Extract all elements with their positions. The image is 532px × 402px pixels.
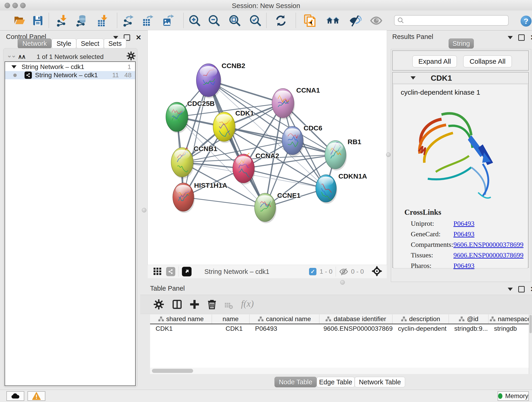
- collapse-panel-icon[interactable]: [508, 288, 513, 291]
- node-label-CCNA1: CCNA1: [296, 86, 320, 94]
- add-column-icon[interactable]: [189, 299, 200, 311]
- table-vertical-scrollbar[interactable]: [529, 314, 532, 374]
- toolbar-separator: [336, 267, 336, 277]
- float-panel-icon[interactable]: [518, 286, 525, 293]
- genecard-link[interactable]: P06493: [453, 230, 475, 238]
- column-header[interactable]: description: [393, 314, 449, 324]
- export-network-icon[interactable]: [121, 14, 135, 27]
- cell-database-identifier[interactable]: 9606.ENSP00000378699: [319, 325, 393, 332]
- cell-namespace[interactable]: stringdb: [488, 325, 532, 332]
- horizontal-splitter-handle[interactable]: [340, 280, 345, 285]
- cell-shared-name[interactable]: CDK1: [150, 325, 212, 332]
- import-table-file-icon[interactable]: [96, 14, 109, 27]
- export-table-icon[interactable]: [141, 14, 155, 27]
- column-header[interactable]: namespace: [488, 314, 532, 324]
- homes-icon[interactable]: [326, 14, 340, 27]
- tab-node-table[interactable]: Node Table: [274, 377, 317, 387]
- node-section-header[interactable]: CDK1: [393, 72, 528, 84]
- help-button[interactable]: ?: [520, 16, 532, 27]
- network-tree: String Network – cdk1 1 String Network –…: [5, 61, 136, 386]
- export-image-icon[interactable]: [161, 14, 175, 27]
- warnings-button[interactable]: [27, 391, 45, 401]
- hide-unhide-icon[interactable]: [348, 14, 362, 27]
- tree-expand-icon[interactable]: [12, 65, 17, 69]
- delete-column-icon[interactable]: [207, 299, 217, 311]
- import-network-file-icon[interactable]: [55, 14, 69, 27]
- scrollbar-thumb[interactable]: [530, 315, 532, 333]
- search-input[interactable]: [394, 15, 509, 26]
- scrollbar-thumb[interactable]: [152, 369, 193, 373]
- share-network-icon[interactable]: [166, 267, 175, 276]
- clone-network-icon[interactable]: [303, 14, 317, 27]
- open-session-icon[interactable]: [13, 14, 26, 27]
- close-panel-icon[interactable]: ✕: [530, 287, 532, 292]
- hidden-eye-icon[interactable]: [339, 267, 348, 276]
- section-collapse-icon[interactable]: [411, 76, 416, 80]
- save-session-icon[interactable]: [31, 14, 45, 27]
- cell-canonical-name[interactable]: P06493: [249, 325, 319, 332]
- collapse-panel-icon[interactable]: [508, 36, 513, 39]
- network-tree-root-row[interactable]: String Network – cdk1 1: [5, 63, 135, 71]
- cell-id[interactable]: stringdb:9...: [449, 325, 489, 332]
- close-panel-icon[interactable]: ✕: [530, 35, 532, 40]
- column-header[interactable]: canonical name: [249, 314, 319, 324]
- open-in-window-icon[interactable]: [182, 267, 191, 276]
- cell-description[interactable]: cyclin-dependent ...: [393, 325, 449, 332]
- fit-selected-crosshair-icon[interactable]: [372, 266, 382, 277]
- network-view-canvas[interactable]: CCNB2CCNA1CDC25BCDK1CDC6RB1CCNB1CCNA2CDK…: [148, 30, 387, 265]
- left-splitter-handle[interactable]: [142, 208, 146, 212]
- current-network-dot-icon: [13, 74, 17, 77]
- tab-style[interactable]: Style: [51, 38, 76, 49]
- show-columns-icon[interactable]: [172, 299, 182, 311]
- cloud-status-button[interactable]: [6, 391, 24, 401]
- column-header[interactable]: name: [212, 314, 250, 324]
- column-header[interactable]: @id: [449, 314, 489, 324]
- node-label-CDC25B: CDC25B: [187, 100, 215, 107]
- toolbar-separator: [49, 13, 49, 28]
- node-count: 11: [112, 71, 119, 79]
- tab-network-table[interactable]: Network Table: [355, 377, 405, 387]
- column-header[interactable]: shared name: [150, 314, 212, 324]
- show-all-eye-icon[interactable]: [369, 14, 383, 27]
- table-settings-gear-icon[interactable]: [153, 299, 164, 311]
- table-horizontal-scrollbar[interactable]: [150, 368, 529, 374]
- tab-select[interactable]: Select: [76, 38, 104, 49]
- cell-name[interactable]: CDK1: [212, 325, 250, 332]
- zoom-fit-icon[interactable]: [228, 14, 242, 27]
- uniprot-link[interactable]: P06493: [453, 220, 475, 227]
- selected-checkbox-icon[interactable]: ✓: [309, 268, 317, 275]
- toolbar-separator: [178, 267, 179, 277]
- tab-edge-table[interactable]: Edge Table: [317, 377, 355, 387]
- birdseye-grid-icon[interactable]: [153, 267, 162, 277]
- import-network-database-icon[interactable]: [75, 14, 89, 27]
- float-panel-icon[interactable]: [518, 34, 525, 41]
- results-panel-title: Results Panel: [392, 33, 433, 41]
- zoom-out-icon[interactable]: [207, 14, 221, 27]
- network-options-gear-icon[interactable]: [127, 51, 136, 61]
- crosslink-label: GeneCard:: [411, 230, 441, 238]
- zoom-in-icon[interactable]: [188, 14, 202, 27]
- tab-sets[interactable]: Sets: [104, 38, 126, 49]
- window-title: Session: New Session: [0, 2, 532, 10]
- zoom-selected-icon[interactable]: [249, 14, 262, 27]
- column-header[interactable]: database identifier: [319, 314, 393, 324]
- table-header-row: shared name name canonical name database…: [150, 314, 532, 324]
- pharos-link[interactable]: P06493: [453, 262, 475, 269]
- application-window: Session: New Session: [0, 0, 532, 402]
- tissues-link[interactable]: 9606.ENSP00000378699: [453, 251, 524, 259]
- compartments-link[interactable]: 9606.ENSP00000378699: [453, 241, 524, 249]
- crosslink-label: Tissues:: [411, 251, 433, 259]
- tab-network[interactable]: Network: [18, 38, 51, 49]
- table-row[interactable]: CDK1 CDK1 P06493 9606.ENSP00000378699 cy…: [150, 324, 532, 333]
- collapse-all-button[interactable]: Collapse All: [463, 56, 512, 67]
- expand-all-button[interactable]: Expand All: [412, 56, 457, 67]
- cloud-icon: [11, 393, 20, 400]
- right-splitter-handle[interactable]: [386, 153, 391, 157]
- network-tree-child-row[interactable]: String Network – cdk1 11 48: [5, 71, 135, 79]
- close-panel-icon[interactable]: ✕: [136, 35, 141, 40]
- node-label-RB1: RB1: [348, 138, 361, 146]
- refresh-icon[interactable]: [274, 14, 288, 27]
- network-node-CDK1: CDK1: [213, 109, 254, 143]
- tab-string-results[interactable]: String: [449, 38, 474, 49]
- memory-button[interactable]: Memory: [498, 391, 529, 401]
